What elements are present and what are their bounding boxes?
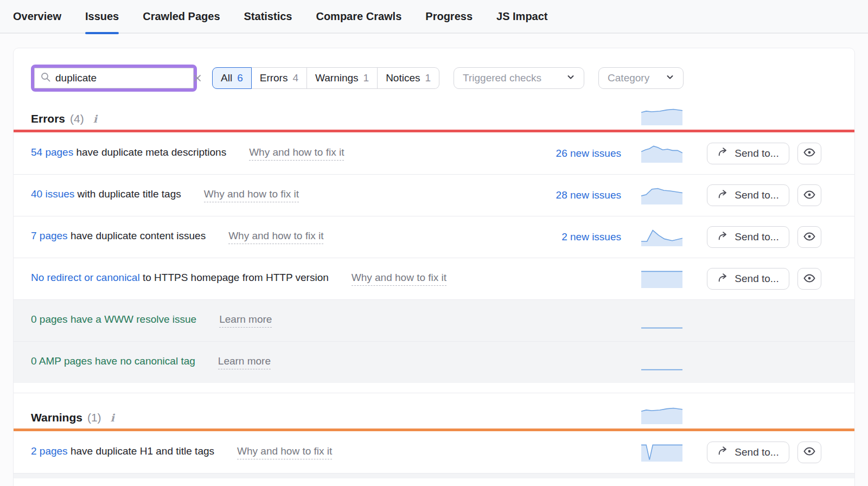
tab-progress[interactable]: Progress — [425, 0, 473, 33]
new-issues-link[interactable]: 26 new issues — [556, 148, 621, 159]
eye-icon — [803, 445, 816, 459]
hide-issue-button[interactable] — [797, 143, 821, 164]
send-to-label: Send to... — [735, 231, 778, 243]
warnings-trend-sparkline — [641, 406, 682, 424]
filter-errors-count: 4 — [292, 72, 298, 84]
filter-warnings[interactable]: Warnings 1 — [307, 67, 378, 89]
search-icon — [40, 72, 51, 85]
issue-row: 40 issues with duplicate title tags Why … — [14, 174, 854, 216]
why-how-to-fix-link[interactable]: Why and how to fix it — [352, 272, 446, 286]
clear-search-icon[interactable] — [193, 73, 202, 83]
tab-crawled-pages[interactable]: Crawled Pages — [143, 0, 220, 33]
errors-header-title: Errors (4) i — [31, 112, 621, 125]
issue-sparkline — [641, 186, 682, 204]
issue-link[interactable]: 7 pages — [31, 230, 68, 241]
passed-check-title: 0 AMP pages have no canonical tag — [31, 355, 195, 367]
issue-sparkline — [641, 228, 682, 246]
filter-all[interactable]: All 6 — [212, 67, 252, 89]
search-highlight-annotation — [31, 65, 197, 92]
eye-icon — [803, 188, 816, 203]
send-arrow-icon — [717, 188, 729, 203]
issue-title: 54 pages have duplicate meta description… — [31, 146, 226, 158]
warnings-title: Warnings — [31, 411, 82, 424]
eye-icon — [803, 230, 816, 245]
errors-title: Errors — [31, 112, 65, 125]
issue-row: No redirect or canonical to HTTPS homepa… — [14, 258, 854, 299]
filter-errors-label: Errors — [260, 72, 288, 84]
learn-more-link[interactable]: Learn more — [219, 314, 272, 328]
issue-title-rest: to HTTPS homepage from HTTP version — [140, 272, 329, 283]
new-issues-link[interactable]: 2 new issues — [561, 231, 621, 243]
issue-link[interactable]: 40 issues — [31, 188, 74, 200]
passed-check-title: 0 pages have a WWW resolve issue — [31, 314, 196, 325]
next-row-partial — [14, 473, 854, 478]
hide-issue-button[interactable] — [797, 184, 821, 206]
hide-issue-button[interactable] — [797, 226, 821, 248]
send-to-button[interactable]: Send to... — [707, 268, 789, 290]
hide-issue-button[interactable] — [797, 268, 821, 290]
filter-warnings-count: 1 — [363, 72, 369, 84]
why-how-to-fix-link[interactable]: Why and how to fix it — [228, 230, 323, 244]
why-how-to-fix-link[interactable]: Why and how to fix it — [237, 445, 332, 459]
issue-title: 40 issues with duplicate title tags — [31, 188, 181, 200]
issue-sparkline — [641, 353, 682, 372]
issue-title-rest: have duplicate meta descriptions — [73, 146, 226, 158]
send-to-label: Send to... — [735, 189, 778, 201]
send-to-label: Send to... — [735, 273, 778, 285]
tab-overview[interactable]: Overview — [13, 0, 61, 33]
send-arrow-icon — [717, 272, 729, 286]
filter-all-label: All — [221, 72, 232, 84]
filter-warnings-label: Warnings — [315, 72, 359, 84]
send-to-label: Send to... — [735, 446, 778, 458]
search-input[interactable] — [55, 72, 188, 84]
errors-trend-sparkline — [641, 107, 682, 125]
issue-sparkline — [641, 311, 682, 330]
info-icon[interactable]: i — [111, 412, 114, 424]
hide-issue-button[interactable] — [797, 442, 821, 463]
triggered-checks-label: Triggered checks — [463, 72, 541, 84]
issue-title-rest: have duplicate H1 and title tags — [68, 445, 214, 457]
issue-row: 2 pages have duplicate H1 and title tags… — [14, 431, 854, 473]
new-issues-link[interactable]: 28 new issues — [556, 189, 621, 201]
issue-title: No redirect or canonical to HTTPS homepa… — [31, 272, 329, 284]
issue-link[interactable]: 54 pages — [31, 146, 73, 158]
send-to-button[interactable]: Send to... — [707, 143, 789, 164]
eye-icon — [803, 272, 816, 286]
send-to-button[interactable]: Send to... — [707, 442, 789, 463]
send-to-button[interactable]: Send to... — [707, 226, 789, 248]
issue-title: 7 pages have duplicate content issues — [31, 230, 206, 242]
filter-errors[interactable]: Errors 4 — [252, 67, 307, 89]
issue-row: 54 pages have duplicate meta description… — [14, 132, 854, 174]
issue-row: 7 pages have duplicate content issues Wh… — [14, 216, 854, 258]
issue-link[interactable]: No redirect or canonical — [31, 272, 140, 283]
chevron-down-icon — [666, 72, 674, 84]
filter-all-count: 6 — [237, 72, 243, 84]
send-arrow-icon — [717, 146, 729, 161]
category-dropdown[interactable]: Category — [598, 67, 684, 89]
warnings-header-title: Warnings (1) i — [31, 411, 621, 424]
errors-section-header: Errors (4) i — [14, 105, 854, 130]
tab-issues[interactable]: Issues — [85, 0, 119, 33]
why-how-to-fix-link[interactable]: Why and how to fix it — [249, 146, 344, 161]
send-to-button[interactable]: Send to... — [707, 184, 789, 206]
tab-statistics[interactable]: Statistics — [244, 0, 292, 33]
filter-notices-count: 1 — [425, 72, 431, 84]
search-input-wrapper — [34, 68, 194, 88]
send-to-label: Send to... — [735, 148, 778, 159]
passed-check-row: 0 pages have a WWW resolve issue Learn m… — [14, 299, 854, 341]
errors-count: (4) — [70, 112, 84, 125]
why-how-to-fix-link[interactable]: Why and how to fix it — [204, 188, 299, 202]
issue-link[interactable]: 2 pages — [31, 445, 68, 457]
issue-sparkline — [641, 443, 682, 462]
warnings-section-header: Warnings (1) i — [14, 393, 854, 429]
tab-js-impact[interactable]: JS Impact — [496, 0, 547, 33]
issue-sparkline — [641, 144, 682, 163]
triggered-checks-dropdown[interactable]: Triggered checks — [454, 67, 584, 89]
issues-panel: All 6 Errors 4 Warnings 1 Notices 1 Trig… — [13, 48, 855, 486]
learn-more-link[interactable]: Learn more — [218, 355, 271, 369]
passed-check-row: 0 AMP pages have no canonical tag Learn … — [14, 341, 854, 383]
filter-notices[interactable]: Notices 1 — [378, 67, 439, 89]
tab-compare-crawls[interactable]: Compare Crawls — [316, 0, 401, 33]
info-icon[interactable]: i — [93, 113, 97, 125]
issue-sparkline — [641, 270, 682, 288]
